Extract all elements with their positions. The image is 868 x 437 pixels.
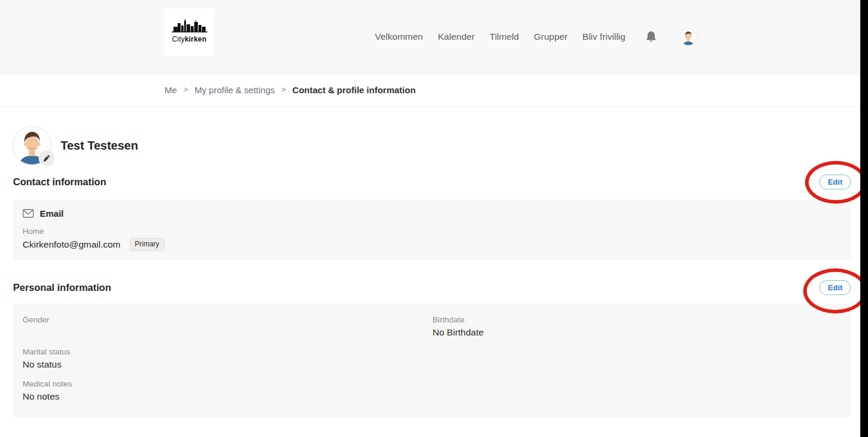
breadcrumb-me[interactable]: Me [165,85,177,95]
breadcrumb-my-profile-settings[interactable]: My profile & settings [194,85,274,95]
field-value: No Birthdate [433,327,841,339]
field-label: Gender [23,315,433,324]
nav-bliv-frivillig[interactable]: Bliv frivillig [582,31,625,42]
user-avatar-icon [680,29,696,45]
contact-edit-button[interactable]: Edit [819,175,851,189]
profile-header: Test Testesen [13,126,851,164]
nav-tilmeld[interactable]: Tilmeld [490,31,519,42]
screenshot-black-edge [860,0,868,437]
profile-name: Test Testesen [61,139,138,153]
profile-avatar-wrap [13,126,51,164]
account-avatar[interactable] [680,29,696,45]
email-group-header: Email [23,208,841,218]
nav-kalender[interactable]: Kalender [438,31,475,42]
email-address: Ckirkenfoto@gmail.com [23,239,121,250]
personal-edit-button[interactable]: Edit [819,280,851,295]
pencil-icon [43,154,50,162]
notifications-button[interactable] [645,30,657,43]
email-entry-label: Home [23,227,841,236]
nav-velkommen[interactable]: Velkommen [375,31,423,42]
email-group-title: Email [40,208,64,218]
avatar-edit-button[interactable] [39,150,55,166]
city-skyline-icon [172,18,207,34]
field-value [23,327,433,339]
field-label: Medical notes [23,379,433,388]
logo-subtext: · · · · · · · [175,44,204,47]
logo-text: Citykirken [172,36,206,43]
field-marital-status: Marital status No status [23,347,433,371]
chevron-right-icon: > [282,85,286,94]
personal-section-title: Personal information [13,282,111,293]
breadcrumb: Me > My profile & settings > Contact & p… [0,74,868,107]
breadcrumb-current-page: Contact & profile information [292,85,416,95]
primary-badge: Primary [130,238,165,251]
main-content: Test Testesen Contact information Edit E… [0,126,868,417]
envelope-icon [23,209,34,218]
field-birthdate: Birthdate No Birthdate [433,315,841,339]
personal-info-panel: Gender Birthdate No Birthdate Marital st… [13,303,851,417]
bell-icon [645,30,657,43]
field-gender: Gender [23,315,433,339]
logo[interactable]: Citykirken · · · · · · · [165,8,214,56]
contact-section-header: Contact information Edit [13,174,851,189]
email-entry-row: Ckirkenfoto@gmail.com Primary [23,238,841,251]
nav-grupper[interactable]: Grupper [534,31,567,42]
field-value: No status [23,359,433,371]
contact-section-title: Contact information [13,176,106,188]
contact-info-panel: Email Home Ckirkenfoto@gmail.com Primary [13,200,851,260]
field-label: Marital status [23,347,433,356]
top-header: Citykirken · · · · · · · Velkommen Kalen… [0,0,868,74]
field-value: No notes [23,391,433,403]
field-medical-notes: Medical notes No notes [23,379,433,403]
chevron-right-icon: > [184,85,188,94]
personal-fields-grid: Gender Birthdate No Birthdate Marital st… [23,315,841,403]
main-nav: Velkommen Kalender Tilmeld Grupper Bliv … [375,0,696,74]
field-label: Birthdate [433,315,841,324]
personal-section-header: Personal information Edit [13,280,851,296]
